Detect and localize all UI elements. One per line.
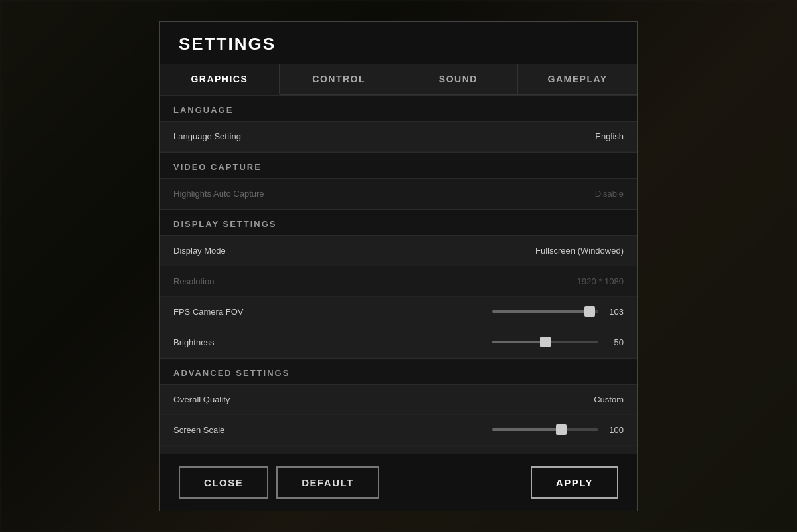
fps-camera-fov-thumb[interactable] <box>584 306 595 317</box>
overall-quality-value: Custom <box>594 395 624 404</box>
display-mode-value: Fullscreen (Windowed) <box>535 246 624 256</box>
brightness-track[interactable] <box>492 341 598 343</box>
brightness-slider-container[interactable]: 50 <box>492 337 624 347</box>
section-display-settings-header: DISPLAY SETTINGS <box>160 209 637 236</box>
section-video-capture-header: VIDEO CAPTURE <box>160 152 637 179</box>
screen-scale-label: Screen Scale <box>173 425 224 435</box>
setting-fps-camera-fov[interactable]: FPS Camera FOV 103 <box>160 297 637 327</box>
section-language-header: LANGUAGE <box>160 95 637 122</box>
screen-scale-fill <box>492 428 561 431</box>
tab-sound[interactable]: SOUND <box>399 64 519 94</box>
setting-anti-aliasing[interactable]: Anti-Aliasing Very Low <box>160 446 637 454</box>
fps-camera-fov-fill <box>492 310 590 313</box>
setting-resolution: Resolution 1920 * 1080 <box>160 266 637 297</box>
resolution-value: 1920 * 1080 <box>577 276 624 286</box>
display-mode-label: Display Mode <box>173 246 226 256</box>
modal-header: SETTINGS <box>160 22 637 64</box>
tab-graphics[interactable]: GRAPHICS <box>160 64 280 95</box>
fps-camera-fov-slider-container[interactable]: 103 <box>492 307 624 317</box>
default-button[interactable]: DEFAULT <box>276 466 379 499</box>
section-advanced-settings-title: ADVANCED SETTINGS <box>173 368 290 378</box>
setting-highlights-auto-capture[interactable]: Highlights Auto Capture Disable <box>160 179 637 209</box>
tab-control[interactable]: CONTROL <box>280 64 399 94</box>
modal-footer: CLOSE DEFAULT APPLY <box>160 454 637 511</box>
section-advanced-settings-header: ADVANCED SETTINGS <box>160 358 637 385</box>
screen-scale-slider-container[interactable]: 100 <box>492 425 624 435</box>
resolution-label: Resolution <box>173 276 214 286</box>
brightness-label: Brightness <box>173 337 214 347</box>
section-display-settings-title: DISPLAY SETTINGS <box>173 219 277 229</box>
tab-gameplay[interactable]: GAMEPLAY <box>518 64 637 94</box>
screen-scale-track[interactable] <box>492 428 598 431</box>
highlights-auto-capture-label: Highlights Auto Capture <box>173 189 264 199</box>
settings-body: LANGUAGE Language Setting English VIDEO … <box>160 95 637 454</box>
language-setting-label: Language Setting <box>173 132 241 141</box>
language-setting-value: English <box>595 132 624 141</box>
screen-scale-value: 100 <box>604 425 624 435</box>
settings-modal: SETTINGS GRAPHICS CONTROL SOUND GAMEPLAY… <box>159 21 638 511</box>
setting-language[interactable]: Language Setting English <box>160 122 637 152</box>
apply-button[interactable]: APPLY <box>531 466 618 499</box>
section-video-capture-title: VIDEO CAPTURE <box>173 162 262 172</box>
tabs-bar: GRAPHICS CONTROL SOUND GAMEPLAY <box>160 64 637 95</box>
setting-brightness[interactable]: Brightness 50 <box>160 327 637 358</box>
brightness-thumb[interactable] <box>540 337 551 347</box>
setting-screen-scale[interactable]: Screen Scale 100 <box>160 415 637 446</box>
brightness-value: 50 <box>604 337 624 347</box>
screen-scale-thumb[interactable] <box>556 424 567 435</box>
brightness-fill <box>492 341 545 343</box>
setting-display-mode[interactable]: Display Mode Fullscreen (Windowed) <box>160 236 637 266</box>
section-language-title: LANGUAGE <box>173 105 233 115</box>
fps-camera-fov-label: FPS Camera FOV <box>173 307 243 317</box>
highlights-auto-capture-value: Disable <box>595 189 624 199</box>
close-button[interactable]: CLOSE <box>179 466 268 499</box>
footer-left-buttons: CLOSE DEFAULT <box>179 466 379 499</box>
fps-camera-fov-track[interactable] <box>492 310 598 313</box>
overall-quality-label: Overall Quality <box>173 395 230 404</box>
fps-camera-fov-value: 103 <box>604 307 624 317</box>
modal-title: SETTINGS <box>179 34 618 54</box>
setting-overall-quality[interactable]: Overall Quality Custom <box>160 385 637 415</box>
